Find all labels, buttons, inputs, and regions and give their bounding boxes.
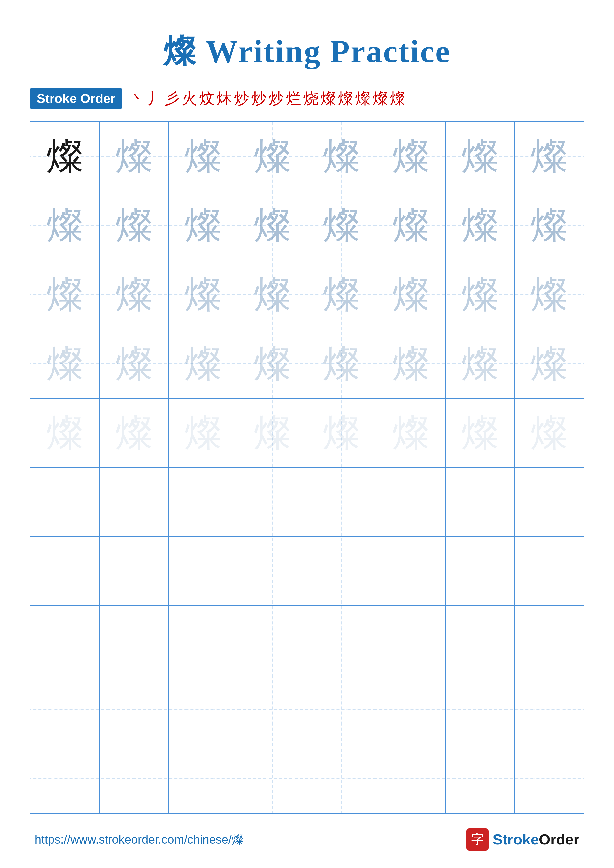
- grid-cell-2-5[interactable]: 燦: [307, 191, 376, 260]
- grid-cell-4-7[interactable]: 燦: [445, 329, 515, 398]
- grid-cell-5-2[interactable]: 燦: [99, 398, 168, 467]
- grid-cell-3-5[interactable]: 燦: [307, 260, 376, 329]
- grid-cell-2-2[interactable]: 燦: [99, 191, 168, 260]
- grid-cell-10-1[interactable]: 燦: [30, 744, 99, 813]
- grid-cell-10-8[interactable]: 燦: [515, 744, 584, 813]
- grid-cell-9-2[interactable]: 燦: [99, 675, 168, 744]
- grid-cell-7-2[interactable]: 燦: [99, 536, 168, 606]
- grid-cell-10-5[interactable]: 燦: [307, 744, 376, 813]
- grid-cell-10-2[interactable]: 燦: [99, 744, 168, 813]
- page: 燦 Writing Practice Stroke Order 丶 丿 彡 火 …: [0, 0, 614, 868]
- grid-cell-3-1[interactable]: 燦: [30, 260, 99, 329]
- grid-cell-8-8[interactable]: 燦: [515, 606, 584, 675]
- grid-cell-7-1[interactable]: 燦: [30, 536, 99, 606]
- grid-cell-5-7[interactable]: 燦: [445, 398, 515, 467]
- grid-cell-2-8[interactable]: 燦: [515, 191, 584, 260]
- grid-cell-7-3[interactable]: 燦: [169, 536, 238, 606]
- grid-cell-9-4[interactable]: 燦: [238, 675, 307, 744]
- grid-cell-8-2[interactable]: 燦: [99, 606, 168, 675]
- grid-cell-6-1[interactable]: 燦: [30, 467, 99, 536]
- grid-cell-6-3[interactable]: 燦: [169, 467, 238, 536]
- grid-cell-5-3[interactable]: 燦: [169, 398, 238, 467]
- grid-cell-4-3[interactable]: 燦: [169, 329, 238, 398]
- grid-cell-6-6[interactable]: 燦: [376, 467, 445, 536]
- grid-cell-6-8[interactable]: 燦: [515, 467, 584, 536]
- grid-cell-7-6[interactable]: 燦: [376, 536, 445, 606]
- grid-cell-6-2[interactable]: 燦: [99, 467, 168, 536]
- title-character: 燦: [163, 33, 197, 69]
- stroke-9: 炒: [269, 91, 284, 106]
- grid-cell-4-6[interactable]: 燦: [376, 329, 445, 398]
- grid-cell-9-3[interactable]: 燦: [169, 675, 238, 744]
- grid-cell-2-7[interactable]: 燦: [445, 191, 515, 260]
- grid-cell-8-5[interactable]: 燦: [307, 606, 376, 675]
- grid-cell-4-2[interactable]: 燦: [99, 329, 168, 398]
- cell-char: 燦: [254, 760, 291, 797]
- grid-cell-9-7[interactable]: 燦: [445, 675, 515, 744]
- grid-cell-8-1[interactable]: 燦: [30, 606, 99, 675]
- grid-cell-8-6[interactable]: 燦: [376, 606, 445, 675]
- grid-cell-7-8[interactable]: 燦: [515, 536, 584, 606]
- grid-cell-1-8[interactable]: 燦: [515, 122, 584, 191]
- grid-cell-1-5[interactable]: 燦: [307, 122, 376, 191]
- stroke-14: 燦: [355, 91, 370, 106]
- grid-row-1: 燦 燦 燦 燦 燦 燦 燦 燦: [30, 122, 584, 191]
- cell-char: 燦: [392, 345, 429, 382]
- grid-cell-1-4[interactable]: 燦: [238, 122, 307, 191]
- grid-cell-6-5[interactable]: 燦: [307, 467, 376, 536]
- cell-char: 燦: [323, 207, 360, 244]
- grid-cell-1-7[interactable]: 燦: [445, 122, 515, 191]
- grid-cell-9-8[interactable]: 燦: [515, 675, 584, 744]
- grid-cell-2-1[interactable]: 燦: [30, 191, 99, 260]
- grid-cell-3-3[interactable]: 燦: [169, 260, 238, 329]
- grid-cell-3-8[interactable]: 燦: [515, 260, 584, 329]
- grid-cell-8-7[interactable]: 燦: [445, 606, 515, 675]
- cell-char: 燦: [530, 691, 568, 728]
- grid-cell-1-6[interactable]: 燦: [376, 122, 445, 191]
- grid-cell-3-6[interactable]: 燦: [376, 260, 445, 329]
- cell-char: 燦: [462, 622, 499, 659]
- grid-cell-3-4[interactable]: 燦: [238, 260, 307, 329]
- grid-cell-9-5[interactable]: 燦: [307, 675, 376, 744]
- grid-cell-2-6[interactable]: 燦: [376, 191, 445, 260]
- grid-cell-4-4[interactable]: 燦: [238, 329, 307, 398]
- grid-cell-5-6[interactable]: 燦: [376, 398, 445, 467]
- footer-url[interactable]: https://www.strokeorder.com/chinese/燦: [35, 832, 244, 848]
- grid-cell-6-4[interactable]: 燦: [238, 467, 307, 536]
- grid-cell-1-2[interactable]: 燦: [99, 122, 168, 191]
- grid-cell-9-1[interactable]: 燦: [30, 675, 99, 744]
- grid-cell-10-7[interactable]: 燦: [445, 744, 515, 813]
- grid-cell-8-4[interactable]: 燦: [238, 606, 307, 675]
- grid-cell-6-7[interactable]: 燦: [445, 467, 515, 536]
- grid-cell-3-2[interactable]: 燦: [99, 260, 168, 329]
- grid-cell-5-5[interactable]: 燦: [307, 398, 376, 467]
- footer-brand-stroke: Stroke: [493, 831, 539, 848]
- grid-cell-5-8[interactable]: 燦: [515, 398, 584, 467]
- cell-char: 燦: [46, 691, 84, 728]
- cell-char: 燦: [254, 276, 291, 313]
- grid-cell-5-1[interactable]: 燦: [30, 398, 99, 467]
- grid-cell-7-4[interactable]: 燦: [238, 536, 307, 606]
- grid-cell-7-7[interactable]: 燦: [445, 536, 515, 606]
- cell-char: 燦: [46, 553, 84, 590]
- grid-cell-2-3[interactable]: 燦: [169, 191, 238, 260]
- grid-cell-9-6[interactable]: 燦: [376, 675, 445, 744]
- grid-cell-3-7[interactable]: 燦: [445, 260, 515, 329]
- grid-cell-10-3[interactable]: 燦: [169, 744, 238, 813]
- cell-char: 燦: [254, 622, 291, 659]
- grid-cell-10-6[interactable]: 燦: [376, 744, 445, 813]
- cell-char: 燦: [323, 622, 360, 659]
- grid-cell-2-4[interactable]: 燦: [238, 191, 307, 260]
- grid-cell-1-1[interactable]: 燦: [30, 122, 99, 191]
- grid-cell-4-8[interactable]: 燦: [515, 329, 584, 398]
- stroke-5: 炆: [199, 91, 215, 106]
- grid-cell-10-4[interactable]: 燦: [238, 744, 307, 813]
- cell-char: 燦: [323, 138, 360, 175]
- grid-cell-1-3[interactable]: 燦: [169, 122, 238, 191]
- grid-cell-5-4[interactable]: 燦: [238, 398, 307, 467]
- grid-cell-8-3[interactable]: 燦: [169, 606, 238, 675]
- cell-char: 燦: [392, 760, 429, 797]
- grid-cell-4-1[interactable]: 燦: [30, 329, 99, 398]
- grid-cell-7-5[interactable]: 燦: [307, 536, 376, 606]
- grid-cell-4-5[interactable]: 燦: [307, 329, 376, 398]
